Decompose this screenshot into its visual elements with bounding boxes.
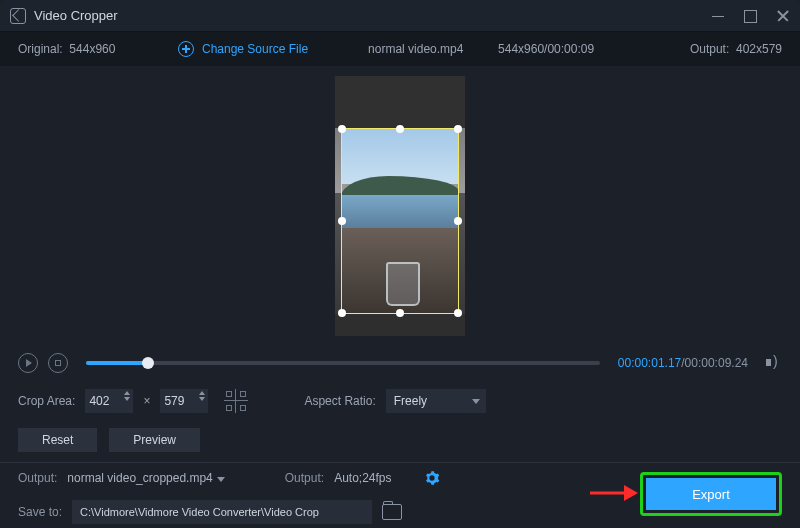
save-path-select[interactable]: C:\Vidmore\Vidmore Video Converter\Video… [72, 500, 372, 524]
source-dims-duration: 544x960/00:00:09 [498, 42, 638, 56]
playback-bar: 00:00:01.17/00:00:09.24 [0, 346, 800, 380]
window-title: Video Cropper [34, 8, 694, 23]
titlebar: Video Cropper [0, 0, 800, 32]
reset-button[interactable]: Reset [18, 428, 97, 452]
output-format-label: Output: [285, 471, 324, 485]
center-crop-button[interactable] [224, 389, 248, 413]
source-filename: normal video.mp4 [368, 42, 498, 56]
output-file-name[interactable]: normal video_cropped.mp4 [67, 471, 224, 485]
change-source-file-button[interactable]: Change Source File [178, 41, 308, 57]
output-format-value: Auto;24fps [334, 471, 391, 485]
info-bar: Original: 544x960 Change Source File nor… [0, 32, 800, 66]
crop-handle-tl[interactable] [338, 125, 346, 133]
seek-slider[interactable] [86, 361, 600, 365]
save-to-label: Save to: [18, 505, 62, 519]
chevron-down-icon [472, 399, 480, 404]
crop-handle-bl[interactable] [338, 309, 346, 317]
video-frame [335, 76, 465, 336]
chevron-up-icon[interactable] [199, 391, 205, 395]
output-dims-label: Output: 402x579 [690, 42, 782, 56]
chevron-down-icon [217, 477, 225, 482]
close-button[interactable] [776, 9, 790, 23]
chevron-down-icon[interactable] [124, 397, 130, 401]
export-button[interactable]: Export [646, 478, 776, 510]
maximize-button[interactable] [744, 9, 758, 23]
change-source-file-label: Change Source File [202, 42, 308, 56]
total-time: 00:00:09.24 [685, 356, 748, 370]
open-folder-button[interactable] [382, 504, 402, 520]
crop-controls: Crop Area: 402 × 579 Aspect Ratio: Freel… [0, 380, 800, 422]
video-preview[interactable] [0, 66, 800, 346]
crop-handle-tr[interactable] [454, 125, 462, 133]
preview-button[interactable]: Preview [109, 428, 200, 452]
minimize-button[interactable] [712, 9, 726, 23]
chevron-up-icon[interactable] [124, 391, 130, 395]
export-highlight: Export [640, 472, 782, 516]
play-icon [26, 359, 32, 367]
crop-rectangle[interactable] [341, 128, 459, 314]
crop-height-input[interactable]: 579 [160, 389, 208, 413]
seek-knob[interactable] [142, 357, 154, 369]
aspect-ratio-select[interactable]: Freely [386, 389, 486, 413]
original-dims-label: Original: 544x960 [18, 42, 178, 56]
crop-handle-br[interactable] [454, 309, 462, 317]
app-logo-icon [10, 8, 26, 24]
plus-circle-icon [178, 41, 194, 57]
crop-handle-mr[interactable] [454, 217, 462, 225]
output-settings-button[interactable] [424, 470, 440, 486]
crop-handle-tm[interactable] [396, 125, 404, 133]
annotation-arrow [588, 481, 638, 508]
action-buttons-row: Reset Preview [0, 422, 800, 458]
time-display: 00:00:01.17/00:00:09.24 [618, 356, 748, 370]
gear-icon [424, 470, 440, 486]
crop-area-label: Crop Area: [18, 394, 75, 408]
output-file-label: Output: [18, 471, 57, 485]
stop-button[interactable] [48, 353, 68, 373]
aspect-ratio-label: Aspect Ratio: [304, 394, 375, 408]
play-button[interactable] [18, 353, 38, 373]
current-time: 00:00:01.17 [618, 356, 681, 370]
svg-marker-1 [624, 485, 638, 501]
chevron-down-icon[interactable] [199, 397, 205, 401]
crop-handle-ml[interactable] [338, 217, 346, 225]
crop-handle-bm[interactable] [396, 309, 404, 317]
volume-icon[interactable] [766, 355, 782, 371]
crop-width-input[interactable]: 402 [85, 389, 133, 413]
stop-icon [55, 360, 61, 366]
